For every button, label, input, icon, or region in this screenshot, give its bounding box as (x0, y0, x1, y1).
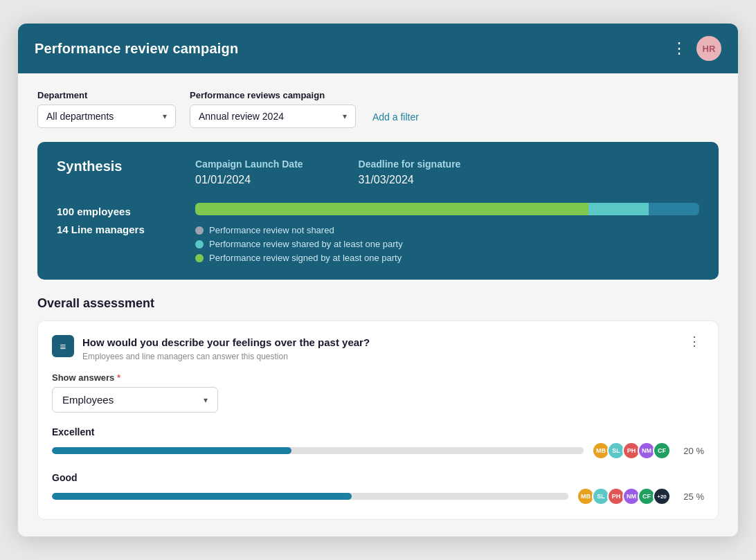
department-select-value: All departments (46, 111, 114, 122)
show-answers-label: Show answers * (52, 372, 704, 383)
answer-percent: 20 % (679, 446, 704, 456)
more-badge: +20 (653, 487, 671, 505)
answer-bar-bg (52, 493, 568, 500)
show-answers-value: Employees (62, 394, 114, 406)
question-text: How would you describe your feelings ove… (82, 335, 370, 350)
campaign-select[interactable]: Annual review 2024 ▾ (190, 105, 356, 128)
answer-label: Excellent (52, 426, 704, 437)
campaign-select-value: Annual review 2024 (199, 111, 284, 122)
progress-bar-teal (588, 203, 649, 215)
synthesis-progress-bar (195, 203, 699, 215)
synthesis-header: Synthesis Campaign Launch Date 01/01/202… (57, 159, 699, 186)
show-answers-chevron-icon: ▾ (204, 395, 208, 405)
synthesis-title: Synthesis (57, 159, 195, 174)
synthesis-dates: Campaign Launch Date 01/01/2024 Deadline… (195, 159, 699, 186)
campaign-chevron-icon: ▾ (343, 111, 347, 121)
answer-percent: 25 % (679, 491, 704, 502)
header-menu-icon[interactable]: ⋮ (672, 41, 688, 56)
legend-dot-signed (195, 254, 204, 262)
department-label: Department (37, 90, 176, 100)
answer-bar-row: MBSLPHNMCF20 % (52, 442, 704, 460)
answer-bar-fill (52, 447, 291, 454)
launch-date-value: 01/01/2024 (195, 174, 303, 186)
header: Performance review campaign ⋮ HR (18, 24, 738, 73)
answer-item: ExcellentMBSLPHNMCF20 % (52, 426, 704, 460)
body: Department All departments ▾ Performance… (18, 73, 738, 536)
mini-avatar: CF (653, 442, 671, 460)
section-title-overall: Overall assessment (37, 296, 719, 311)
app-window: Performance review campaign ⋮ HR Departm… (18, 24, 738, 536)
legend-text-not-shared: Performance review not shared (209, 225, 334, 235)
campaign-filter-group: Performance reviews campaign Annual revi… (190, 90, 356, 128)
show-answers-row: Show answers * Employees ▾ (52, 372, 704, 413)
synthesis-body: 100 employees 14 Line managers Performan… (57, 203, 699, 263)
answer-item: GoodMBSLPHNMCF+2025 % (52, 472, 704, 505)
required-star: * (114, 372, 120, 383)
question-icon-glyph: ≡ (60, 341, 66, 352)
campaign-label: Performance reviews campaign (190, 90, 356, 100)
answer-avatars: MBSLPHNMCF (592, 442, 671, 460)
legend-list: Performance review not shared Performanc… (195, 225, 699, 263)
answer-bar-row: MBSLPHNMCF+2025 % (52, 487, 704, 505)
avatar[interactable]: HR (696, 36, 721, 61)
deadline-value: 31/03/2024 (359, 174, 461, 186)
legend-text-shared: Performance review shared by at least on… (209, 239, 403, 249)
answer-bar-fill (52, 493, 352, 500)
answer-section: ExcellentMBSLPHNMCF20 %GoodMBSLPHNMCF+20… (52, 426, 704, 505)
question-subtext: Employees and line managers can answer t… (82, 352, 370, 361)
legend-dot-shared (195, 240, 204, 249)
managers-count: 14 Line managers (57, 221, 195, 239)
synthesis-chart-area: Performance review not shared Performanc… (195, 203, 699, 263)
deadline-label: Deadline for signature (359, 159, 461, 170)
header-actions: ⋮ HR (672, 36, 721, 61)
answer-bar-bg (52, 447, 584, 454)
department-select[interactable]: All departments ▾ (37, 105, 176, 128)
answer-label: Good (52, 472, 704, 483)
filters-row: Department All departments ▾ Performance… (37, 90, 719, 128)
app-title: Performance review campaign (35, 41, 238, 57)
question-menu-icon[interactable]: ⋮ (685, 335, 704, 347)
department-filter-group: Department All departments ▾ (37, 90, 176, 128)
progress-bar-green (195, 203, 588, 215)
launch-date-label: Campaign Launch Date (195, 159, 303, 170)
legend-dot-not-shared (195, 226, 204, 235)
legend-text-signed: Performance review signed by at least on… (209, 253, 402, 263)
question-row: ≡ How would you describe your feelings o… (52, 335, 704, 361)
department-chevron-icon: ▾ (163, 111, 167, 121)
question-text-block: How would you describe your feelings ove… (82, 335, 370, 361)
synthesis-card: Synthesis Campaign Launch Date 01/01/202… (37, 142, 719, 280)
answer-avatars: MBSLPHNMCF+20 (577, 487, 671, 505)
question-left: ≡ How would you describe your feelings o… (52, 335, 370, 361)
legend-item-not-shared: Performance review not shared (195, 225, 699, 235)
add-filter-button[interactable]: Add a filter (370, 106, 422, 128)
synthesis-counts: 100 employees 14 Line managers (57, 203, 195, 238)
deadline-col: Deadline for signature 31/03/2024 (359, 159, 461, 186)
show-answers-select[interactable]: Employees ▾ (52, 387, 218, 413)
employees-count: 100 employees (57, 203, 195, 221)
question-list-icon: ≡ (52, 335, 74, 357)
legend-item-signed: Performance review signed by at least on… (195, 253, 699, 263)
assessment-card: ≡ How would you describe your feelings o… (37, 320, 719, 520)
launch-date-col: Campaign Launch Date 01/01/2024 (195, 159, 303, 186)
legend-item-shared: Performance review shared by at least on… (195, 239, 699, 249)
